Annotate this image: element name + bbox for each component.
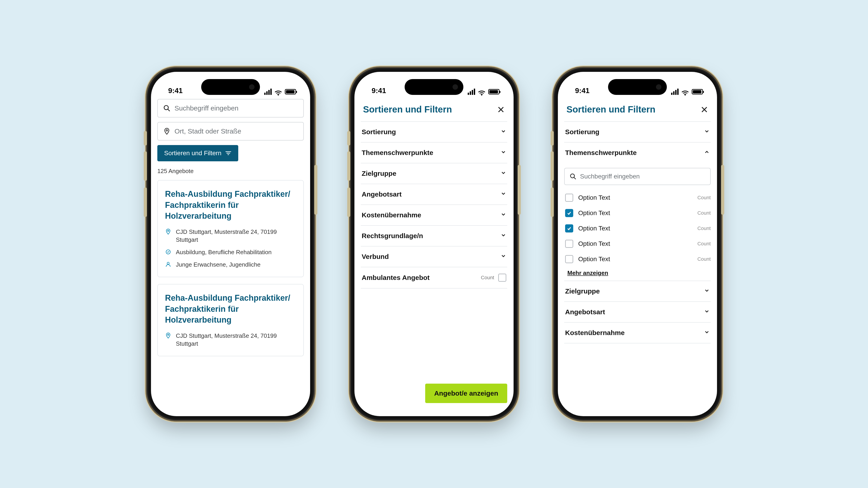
- accordion-label: Zielgruppe: [565, 287, 600, 295]
- chevron-down-icon: [500, 232, 506, 240]
- result-card[interactable]: Reha-Ausbildung Fachpraktiker/ Fachprakt…: [157, 180, 304, 277]
- card-title: Reha-Ausbildung Fachpraktiker/ Fachprakt…: [165, 189, 296, 222]
- wifi-icon: [681, 89, 689, 94]
- option-count: Count: [698, 256, 711, 262]
- facet-search-placeholder: Suchbegriff eingeben: [580, 173, 640, 180]
- close-button[interactable]: [497, 105, 505, 113]
- accordion-row[interactable]: Verbund: [361, 247, 507, 267]
- close-button[interactable]: [700, 105, 708, 113]
- option-count: Count: [698, 225, 711, 231]
- close-icon: [497, 106, 504, 113]
- accordion-row[interactable]: Themenschwerpunkte: [361, 142, 507, 163]
- accordion-themenschwerpunkte-expanded[interactable]: Themenschwerpunkte: [564, 142, 711, 163]
- accordion-row[interactable]: Zielgruppe: [361, 163, 507, 184]
- option-label: Option Text: [578, 225, 610, 232]
- option-label: Option Text: [578, 209, 610, 217]
- result-count: 125 Angebote: [157, 168, 304, 175]
- phone-mockup-filter-expanded: 9:41 Sortieren und Filtern Sortierung Th…: [554, 68, 721, 420]
- chevron-down-icon: [500, 170, 506, 177]
- accordion-row[interactable]: Zielgruppe: [564, 281, 711, 302]
- chevron-down-icon: [500, 191, 506, 198]
- card-audience: Junge Erwachsene, Jugendliche: [176, 261, 260, 269]
- checkbox[interactable]: [565, 255, 573, 263]
- close-icon: [701, 106, 708, 113]
- battery-icon: [692, 89, 703, 94]
- phone-mockup-filter-collapsed: 9:41 Sortieren und Filtern SortierungThe…: [350, 68, 518, 420]
- filter-option[interactable]: Option TextCount: [564, 221, 711, 236]
- pin-icon: [165, 228, 171, 235]
- chevron-down-icon: [500, 128, 506, 136]
- pin-icon: [163, 128, 170, 135]
- accordion-row[interactable]: Kostenübernahme: [361, 205, 507, 226]
- accordion-row[interactable]: Angebotsart: [564, 302, 711, 323]
- pin-icon: [165, 332, 171, 339]
- check-icon: [567, 226, 572, 231]
- checkbox[interactable]: [565, 240, 573, 248]
- accordion-label: Rechtsgrundlage/n: [362, 232, 423, 240]
- check-icon: [567, 210, 572, 216]
- filter-option[interactable]: Option TextCount: [564, 236, 711, 252]
- dynamic-island: [405, 79, 463, 95]
- filter-icon: [225, 151, 231, 156]
- filter-option[interactable]: Option TextCount: [564, 190, 711, 205]
- status-time: 9:41: [372, 87, 386, 95]
- panel-title: Sortieren und Filtern: [566, 104, 655, 115]
- chevron-up-icon: [704, 149, 710, 157]
- accordion-row[interactable]: Rechtsgrundlage/n: [361, 226, 507, 247]
- user-icon: [165, 261, 171, 267]
- accordion-label: Kostenübernahme: [565, 329, 625, 337]
- card-title: Reha-Ausbildung Fachpraktiker/ Fachprakt…: [165, 293, 296, 326]
- chevron-down-icon: [704, 287, 710, 295]
- accordion-label: Zielgruppe: [362, 170, 396, 177]
- accordion-row[interactable]: Sortierung: [361, 121, 507, 142]
- search-icon: [163, 105, 170, 112]
- wifi-icon: [274, 89, 282, 94]
- sort-filter-label: Sortieren und Filtern: [164, 150, 221, 157]
- filter-option[interactable]: Option TextCount: [564, 205, 711, 221]
- chevron-down-icon: [704, 329, 710, 337]
- cellular-signal-icon: [671, 89, 679, 95]
- chevron-down-icon: [704, 128, 710, 136]
- option-count: Count: [698, 210, 711, 216]
- dynamic-island: [201, 79, 260, 95]
- panel-title: Sortieren und Filtern: [363, 104, 452, 115]
- sort-filter-button[interactable]: Sortieren und Filtern: [157, 145, 238, 161]
- switch-ambulant[interactable]: Ambulantes Angebot Count: [361, 267, 507, 289]
- apply-button[interactable]: Angebot/e anzeigen: [425, 384, 507, 403]
- switch-label: Ambulantes Angebot: [362, 274, 430, 282]
- accordion-row[interactable]: Kostenübernahme: [564, 323, 711, 344]
- accordion-row[interactable]: Angebotsart: [361, 184, 507, 205]
- result-card[interactable]: Reha-Ausbildung Fachpraktiker/ Fachprakt…: [157, 284, 304, 356]
- show-more-link[interactable]: Mehr anzeigen: [567, 269, 608, 276]
- chevron-down-icon: [704, 308, 710, 316]
- search-placeholder: Suchbegriff eingeben: [175, 104, 239, 112]
- wifi-icon: [478, 89, 486, 94]
- option-label: Option Text: [578, 240, 610, 248]
- gear-icon: [165, 249, 171, 255]
- chevron-down-icon: [500, 149, 506, 157]
- checkbox[interactable]: [565, 194, 573, 202]
- option-count: Count: [698, 195, 711, 201]
- location-input[interactable]: Ort, Stadt oder Straße: [157, 122, 304, 140]
- accordion-label: Kostenübernahme: [362, 211, 421, 219]
- facet-search-input[interactable]: Suchbegriff eingeben: [564, 168, 711, 185]
- switch-count: Count: [481, 275, 494, 281]
- accordion-label: Angebotsart: [362, 191, 402, 198]
- accordion-label: Angebotsart: [565, 308, 605, 316]
- checkbox-checked[interactable]: [565, 209, 573, 217]
- chevron-down-icon: [500, 211, 506, 219]
- search-input[interactable]: Suchbegriff eingeben: [157, 99, 304, 118]
- apply-label: Angebot/e anzeigen: [434, 390, 498, 397]
- chevron-down-icon: [500, 253, 506, 260]
- search-icon: [569, 173, 577, 180]
- cellular-signal-icon: [264, 89, 272, 95]
- option-label: Option Text: [578, 194, 610, 201]
- filter-option[interactable]: Option TextCount: [564, 252, 711, 267]
- battery-icon: [488, 89, 500, 94]
- checkbox[interactable]: [498, 273, 506, 282]
- battery-icon: [285, 89, 296, 94]
- checkbox-checked[interactable]: [565, 224, 573, 232]
- accordion-label: Themenschwerpunkte: [362, 149, 433, 157]
- card-type: Ausbildung, Berufliche Rehabilitation: [176, 248, 272, 256]
- accordion-row[interactable]: Sortierung: [564, 121, 711, 142]
